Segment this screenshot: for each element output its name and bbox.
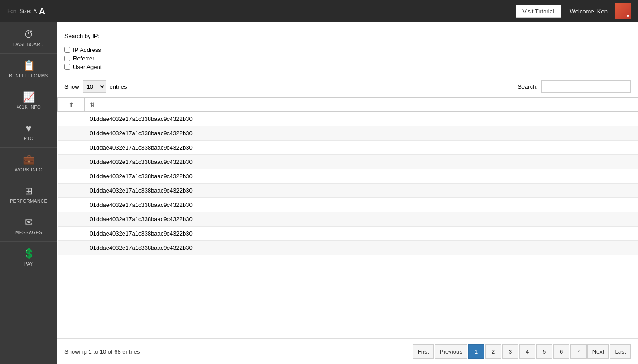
table-row: 01ddae4032e17a1c338baac9c4322b30 bbox=[58, 241, 638, 255]
row-hash: 01ddae4032e17a1c338baac9c4322b30 bbox=[85, 126, 638, 141]
user-agent-checkbox[interactable] bbox=[64, 64, 70, 70]
sidebar-item-label: DASHBOARD bbox=[13, 42, 44, 47]
show-label: Show bbox=[64, 83, 79, 90]
last-button[interactable]: Last bbox=[610, 344, 631, 359]
font-size-large-btn[interactable]: A bbox=[39, 6, 45, 17]
row-hash: 01ddae4032e17a1c338baac9c4322b30 bbox=[85, 112, 638, 126]
table-row: 01ddae4032e17a1c338baac9c4322b30 bbox=[58, 227, 638, 241]
avatar-chevron-icon: ▼ bbox=[626, 14, 630, 18]
next-button[interactable]: Next bbox=[587, 344, 609, 359]
page-7-button[interactable]: 7 bbox=[570, 344, 587, 359]
table-row: 01ddae4032e17a1c338baac9c4322b30 bbox=[58, 155, 638, 169]
search-area: Search by IP: IP Address Referrer User A… bbox=[57, 22, 638, 76]
search-label: Search: bbox=[518, 83, 538, 90]
user-agent-label: User Agent bbox=[73, 64, 102, 70]
table-controls: Show 10 25 50 100 entries Search: bbox=[57, 76, 638, 97]
ip-address-row: IP Address bbox=[64, 47, 631, 53]
row-num bbox=[58, 169, 85, 184]
page-3-button[interactable]: 3 bbox=[502, 344, 518, 359]
row-num bbox=[58, 112, 85, 126]
sidebar-item-work-info[interactable]: 💼 WORK INFO bbox=[0, 148, 57, 179]
page-6-button[interactable]: 6 bbox=[553, 344, 569, 359]
sidebar: ⏱ DASHBOARD 📋 BENEFIT FORMS 📈 401K INFO … bbox=[0, 22, 57, 364]
row-hash: 01ddae4032e17a1c338baac9c4322b30 bbox=[85, 212, 638, 227]
font-size-small-btn[interactable]: A bbox=[33, 8, 37, 15]
sidebar-item-label: PAY bbox=[24, 261, 33, 266]
row-num bbox=[58, 155, 85, 169]
sidebar-item-messages[interactable]: ✉ MESSAGES bbox=[0, 210, 57, 242]
row-hash: 01ddae4032e17a1c338baac9c4322b30 bbox=[85, 141, 638, 155]
page-4-button[interactable]: 4 bbox=[519, 344, 535, 359]
row-hash: 01ddae4032e17a1c338baac9c4322b30 bbox=[85, 169, 638, 184]
performance-icon: ⊞ bbox=[25, 185, 33, 197]
visit-tutorial-button[interactable]: Visit Tutorial bbox=[516, 5, 561, 18]
dashboard-icon: ⏱ bbox=[24, 29, 34, 40]
content-area: Search by IP: IP Address Referrer User A… bbox=[57, 22, 638, 364]
page-2-button[interactable]: 2 bbox=[485, 344, 501, 359]
sidebar-item-pay[interactable]: 💲 PAY bbox=[0, 242, 57, 273]
row-num bbox=[58, 241, 85, 255]
first-button[interactable]: First bbox=[413, 344, 434, 359]
row-hash: 01ddae4032e17a1c338baac9c4322b30 bbox=[85, 241, 638, 255]
pagination: First Previous 1 2 3 4 5 6 7 Next Last bbox=[413, 344, 631, 359]
sidebar-item-label: BENEFIT FORMS bbox=[9, 73, 48, 78]
search-ip-input[interactable] bbox=[103, 30, 219, 42]
ip-address-checkbox[interactable] bbox=[64, 47, 70, 53]
welcome-text: Welcome, Ken bbox=[570, 8, 608, 15]
pay-icon: 💲 bbox=[23, 248, 35, 260]
table-row: 01ddae4032e17a1c338baac9c4322b30 bbox=[58, 184, 638, 198]
page-1-button[interactable]: 1 bbox=[468, 344, 484, 359]
row-hash: 01ddae4032e17a1c338baac9c4322b30 bbox=[85, 198, 638, 212]
search-ip-row: Search by IP: bbox=[64, 30, 631, 42]
main-layout: ⏱ DASHBOARD 📋 BENEFIT FORMS 📈 401K INFO … bbox=[0, 22, 638, 364]
sort-arrows-icon: ⬆ bbox=[69, 102, 73, 108]
row-hash: 01ddae4032e17a1c338baac9c4322b30 bbox=[85, 227, 638, 241]
table-row: 01ddae4032e17a1c338baac9c4322b30 bbox=[58, 212, 638, 227]
table-search: Search: bbox=[518, 80, 631, 93]
401k-icon: 📈 bbox=[23, 91, 35, 103]
user-avatar[interactable]: ▼ bbox=[615, 3, 631, 19]
sidebar-item-dashboard[interactable]: ⏱ DASHBOARD bbox=[0, 22, 57, 54]
referrer-label: Referrer bbox=[73, 55, 94, 62]
entries-select[interactable]: 10 25 50 100 bbox=[83, 80, 106, 93]
sidebar-item-label: WORK INFO bbox=[15, 167, 43, 172]
sidebar-item-401k-info[interactable]: 📈 401K INFO bbox=[0, 85, 57, 116]
pto-icon: ♥ bbox=[26, 123, 31, 134]
entries-label: entries bbox=[110, 83, 127, 90]
table-row: 01ddae4032e17a1c338baac9c4322b30 bbox=[58, 126, 638, 141]
referrer-row: Referrer bbox=[64, 55, 631, 62]
table-footer: Showing 1 to 10 of 68 entries First Prev… bbox=[57, 338, 638, 364]
referrer-checkbox[interactable] bbox=[64, 56, 70, 61]
sidebar-item-label: MESSAGES bbox=[15, 230, 42, 235]
table-search-input[interactable] bbox=[541, 80, 631, 93]
row-hash: 01ddae4032e17a1c338baac9c4322b30 bbox=[85, 155, 638, 169]
row-num bbox=[58, 126, 85, 141]
row-num bbox=[58, 212, 85, 227]
data-table: ⬆ ⇅ 01ddae4032e17a1c338baac9c4322b30 01d… bbox=[57, 97, 638, 255]
search-ip-label: Search by IP: bbox=[64, 33, 99, 39]
col-num-header[interactable]: ⬆ bbox=[58, 98, 85, 112]
sidebar-item-label: PTO bbox=[24, 136, 34, 141]
sidebar-item-pto[interactable]: ♥ PTO bbox=[0, 116, 57, 148]
sidebar-item-benefit-forms[interactable]: 📋 BENEFIT FORMS bbox=[0, 54, 57, 85]
row-num bbox=[58, 198, 85, 212]
table-row: 01ddae4032e17a1c338baac9c4322b30 bbox=[58, 169, 638, 184]
row-num bbox=[58, 227, 85, 241]
row-num bbox=[58, 184, 85, 198]
table-wrapper: ⬆ ⇅ 01ddae4032e17a1c338baac9c4322b30 01d… bbox=[57, 97, 638, 338]
sidebar-item-label: 401K INFO bbox=[17, 105, 41, 110]
showing-text: Showing 1 to 10 of 68 entries bbox=[64, 348, 140, 355]
benefit-forms-icon: 📋 bbox=[23, 60, 35, 72]
sidebar-item-performance[interactable]: ⊞ PERFORMANCE bbox=[0, 179, 57, 210]
previous-button[interactable]: Previous bbox=[435, 344, 467, 359]
col-hash-header[interactable]: ⇅ bbox=[85, 98, 638, 112]
work-info-icon: 💼 bbox=[23, 154, 35, 166]
row-num bbox=[58, 141, 85, 155]
messages-icon: ✉ bbox=[25, 217, 33, 228]
table-row: 01ddae4032e17a1c338baac9c4322b30 bbox=[58, 141, 638, 155]
row-hash: 01ddae4032e17a1c338baac9c4322b30 bbox=[85, 184, 638, 198]
table-row: 01ddae4032e17a1c338baac9c4322b30 bbox=[58, 112, 638, 126]
page-5-button[interactable]: 5 bbox=[536, 344, 552, 359]
sidebar-item-label: PERFORMANCE bbox=[10, 199, 47, 204]
ip-address-label: IP Address bbox=[73, 47, 101, 53]
